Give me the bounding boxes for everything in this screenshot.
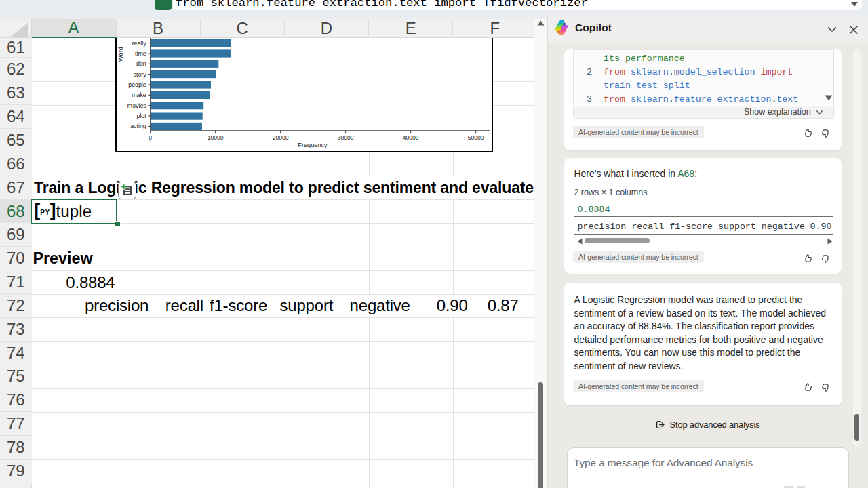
svg-text:Word: Word <box>117 47 124 62</box>
svg-text:40000: 40000 <box>403 134 419 141</box>
svg-text:Frequency: Frequency <box>298 142 328 148</box>
svg-text:time: time <box>135 50 146 57</box>
svg-text:20000: 20000 <box>273 134 289 141</box>
svg-text:story: story <box>134 71 147 78</box>
svg-text:50000: 50000 <box>468 134 484 141</box>
svg-text:0: 0 <box>149 134 152 141</box>
svg-text:really: really <box>132 40 147 47</box>
svg-text:plot: plot <box>137 113 147 119</box>
svg-text:movies: movies <box>127 102 146 109</box>
svg-text:make: make <box>132 92 146 98</box>
svg-text:don: don <box>136 60 146 67</box>
svg-text:acting: acting <box>130 123 146 129</box>
svg-text:10000: 10000 <box>208 134 224 141</box>
svg-text:people: people <box>128 81 146 88</box>
svg-text:30000: 30000 <box>338 134 354 141</box>
